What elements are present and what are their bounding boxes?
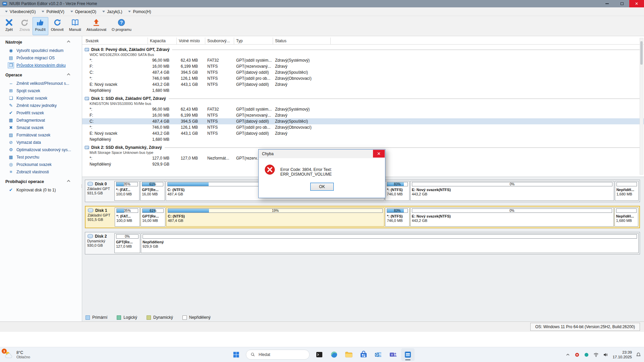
- disk-group-header[interactable]: Disk 1: SSD disk, Základní GPT, Zdravý: [82, 96, 644, 101]
- partition-block[interactable]: 61% GPT(Re... 16,00 MB: [140, 181, 165, 201]
- sidebar-item-resize[interactable]: ⇔Změnit velikost/Přesunout s...: [0, 80, 82, 87]
- section-pending-operations[interactable]: Probíhající operace: [0, 176, 82, 186]
- tray-red-app-icon[interactable]: [574, 352, 580, 358]
- scrollbar-thumb[interactable]: [640, 41, 643, 65]
- close-button[interactable]: ✕: [629, 0, 644, 7]
- app-icon-edge[interactable]: [327, 348, 341, 361]
- column-volne-misto[interactable]: Volné místo: [177, 38, 205, 44]
- redo-button[interactable]: Znova: [17, 17, 33, 35]
- partition-block[interactable]: Nepřiděl... 1,680 MB: [615, 181, 639, 201]
- sidebar-splitter[interactable]: ⋮: [80, 184, 84, 188]
- volume-row[interactable]: Nepřidělený 1,680 MB: [82, 136, 644, 142]
- app-icon-teams[interactable]: T: [386, 348, 400, 361]
- partition-block[interactable]: 35% *: (FAT... 100,0 MB: [115, 207, 140, 227]
- sidebar-item-check-volume[interactable]: ✔Prověřit svazek: [0, 109, 82, 117]
- app-icon-terminal[interactable]: [313, 348, 326, 361]
- sidebar-item-explore-volume[interactable]: ◎Prozkoumat svazek: [0, 161, 82, 168]
- volume-row[interactable]: *: 96,00 MB 62,43 MB FAT32 GPT(oddíl sys…: [82, 57, 644, 63]
- volume-row[interactable]: *: 96,00 MB 62,43 MB FAT32 GPT(oddíl sys…: [82, 106, 644, 112]
- volume-row[interactable]: C: 487,4 GB 394,5 GB NTFS GPT(datový odd…: [82, 69, 644, 75]
- column-status[interactable]: Status: [273, 38, 331, 44]
- app-icon-niubi-active[interactable]: [401, 348, 415, 361]
- about-button[interactable]: ? O programu: [109, 17, 134, 35]
- sidebar-item-disk-clone[interactable]: ❐Průvodce klonováním disku: [0, 62, 82, 69]
- weather-widget[interactable]: 3 8°C Oblačno: [4, 347, 30, 362]
- maximize-button[interactable]: [614, 0, 629, 7]
- vertical-scrollbar[interactable]: [640, 38, 643, 175]
- group-divider: [172, 50, 642, 50]
- undo-button[interactable]: Zpět: [1, 17, 17, 35]
- disk-panel[interactable]: Disk 1 Základní GPT 931,5 GB 35% *: (FAT…: [85, 206, 640, 228]
- sidebar-item-properties[interactable]: ≡Zobrazit vlastnosti: [0, 168, 82, 176]
- volume-row[interactable]: *: 746,0 MB 126,1 MB NTFS GPT(oddíl pro …: [82, 75, 644, 81]
- sidebar-item-format-volume[interactable]: ▨Formátovat svazek: [0, 131, 82, 139]
- update-button[interactable]: Aktualizovat: [84, 17, 109, 35]
- app-icon-store[interactable]: [357, 348, 370, 361]
- partition-block[interactable]: 61% GPT(Re... 16,00 MB: [141, 207, 165, 227]
- volume-row[interactable]: Nepřidělený 1,680 MB: [82, 87, 644, 94]
- apply-button[interactable]: Použít: [33, 17, 48, 35]
- volume-icon[interactable]: [603, 352, 609, 358]
- sidebar-item-wipe-data[interactable]: ⊘Vymazat data: [0, 139, 82, 146]
- volume-row[interactable]: E: Nový svazek 443,2 GB 443,1 GB NTFS GP…: [82, 130, 644, 136]
- partition-block[interactable]: 0% GPT(Re... 127,0 MB: [114, 233, 140, 253]
- app-icon-file-explorer[interactable]: [342, 348, 356, 361]
- sidebar-item-optimize-fs[interactable]: ⚙Optimalizovat souborový sys...: [0, 146, 82, 154]
- notification-bell-icon[interactable]: [636, 352, 641, 358]
- disk-panel[interactable]: Disk 2 Dynamický 930,0 GB 0% GPT(Re... 1…: [85, 232, 640, 254]
- sidebar-item-bootable-media[interactable]: ◉Vytvořit spouštěcí médium: [0, 47, 82, 54]
- partition-block[interactable]: Nepřiděl... 1,680 MB: [614, 207, 638, 227]
- cell-svazek: *:: [82, 57, 148, 63]
- sidebar-item-change-letter[interactable]: ✎Změnit název jednotky: [0, 102, 82, 109]
- manual-button[interactable]: Manuál: [66, 17, 84, 35]
- menu-vseobecne[interactable]: Všeobecné(G): [2, 7, 39, 16]
- section-operace[interactable]: Operace: [0, 69, 82, 80]
- menu-pohled[interactable]: Pohled(V): [39, 7, 67, 16]
- volume-row[interactable]: F: 16,00 MB 6,199 MB NTFS GPT(rezervovan…: [82, 63, 644, 69]
- pending-operation-copy-disk[interactable]: ✔Kopírovat disk (0 to 1): [0, 186, 82, 194]
- tray-chevron-up-icon[interactable]: [565, 352, 571, 357]
- start-button[interactable]: [229, 348, 243, 361]
- menu-operace[interactable]: Operace(O): [67, 7, 99, 16]
- volume-row[interactable]: *: 746,0 MB 126,1 MB NTFS GPT(oddíl pro …: [82, 124, 644, 130]
- app-icon-outlook[interactable]: [372, 348, 385, 361]
- sidebar-item-defragment[interactable]: ▦Defragmentovat: [0, 117, 82, 124]
- volume-row[interactable]: F: 16,00 MB 6,199 MB NTFS GPT(rezervovan…: [82, 112, 644, 118]
- partition-block[interactable]: 83% *: (NTFS) 746,0 MB: [385, 207, 409, 227]
- sidebar-item-copy-volume[interactable]: ❏Kopírovat svazek: [0, 95, 82, 102]
- active-app-indicator: [405, 359, 411, 360]
- partition-block[interactable]: 0% E: Nový svazek(NTFS) 443,2 GB: [410, 181, 614, 201]
- column-svazek[interactable]: Svazek: [82, 38, 148, 44]
- column-souborovy[interactable]: Souborový...: [205, 38, 234, 44]
- search-input[interactable]: Hledat: [246, 350, 310, 360]
- dialog-ok-button[interactable]: OK: [310, 183, 334, 191]
- title-bar[interactable]: NIUBI Partition Editor v10.2.0 - Verze F…: [0, 0, 644, 7]
- clock[interactable]: 23:39 17.10.2025: [612, 350, 632, 359]
- legend-label: Dynamický: [153, 315, 173, 320]
- section-nastroje[interactable]: Nástroje: [0, 36, 82, 47]
- partition-block[interactable]: 35% *: (FAT... 100,0 MB: [114, 181, 140, 201]
- sidebar-item-os-migration[interactable]: ▤Průvodce migrací OS: [0, 54, 82, 62]
- partition-block[interactable]: 0% E: Nový svazek(NTFS) 443,2 GB: [410, 207, 614, 227]
- column-kapacita[interactable]: Kapacita: [148, 38, 177, 44]
- sidebar-item-delete-volume[interactable]: ✖Smazat svazek: [0, 124, 82, 131]
- minimize-button[interactable]: [600, 0, 614, 7]
- partition-block[interactable]: 83% *: (NTFS) 746,0 MB: [385, 181, 409, 201]
- partition-block[interactable]: Nepřidělený 929,9 GB: [141, 233, 639, 253]
- column-typ[interactable]: Typ: [234, 38, 273, 44]
- disk-group-title: Disk 0: Pevný disk, Základní GPT, Zdravý: [91, 47, 169, 52]
- menu-jazyk[interactable]: Jazyk(L): [99, 7, 125, 16]
- partition-size: 100,0 MB: [116, 219, 138, 223]
- volume-row[interactable]: C: 487,4 GB 394,5 GB NTFS GPT(datový odd…: [82, 118, 644, 124]
- partition-block[interactable]: 19% C: (NTFS) 487,4 GB: [166, 207, 384, 227]
- wifi-icon[interactable]: [593, 352, 599, 358]
- disk-group-header[interactable]: Disk 0: Pevný disk, Základní GPT, Zdravý: [82, 47, 644, 52]
- menu-pomoc[interactable]: Pomoc(H): [125, 7, 154, 16]
- volume-row[interactable]: E: Nový svazek 443,2 GB 443,1 GB NTFS GP…: [82, 81, 644, 87]
- dialog-title-bar[interactable]: Chyba ✕: [259, 149, 385, 158]
- dialog-close-button[interactable]: ✕: [373, 150, 385, 158]
- refresh-button[interactable]: Obnovit: [48, 17, 66, 35]
- sidebar-item-surface-test[interactable]: ▩Test povrchu: [0, 154, 82, 161]
- sidebar-item-merge[interactable]: ⊞Spojit svazek: [0, 87, 82, 95]
- tray-teal-app-icon[interactable]: [584, 352, 589, 358]
